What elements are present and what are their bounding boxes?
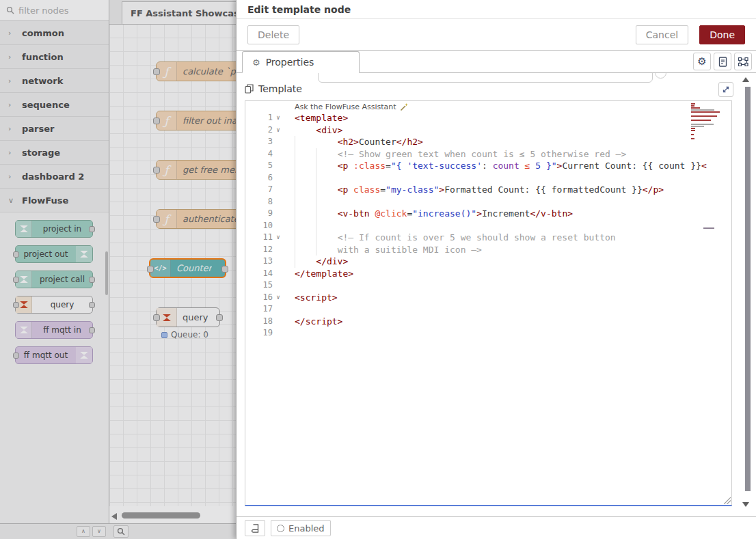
done-button[interactable]: Done: [699, 25, 745, 44]
code-line[interactable]: 19: [245, 327, 731, 340]
scroll-down-icon[interactable]: [742, 502, 749, 507]
scrollbar-thumb[interactable]: [122, 512, 200, 519]
gutter-space: [273, 220, 284, 232]
code-line[interactable]: 3 <h2>Counter</h2>: [245, 136, 731, 148]
indent-guide: [295, 160, 295, 172]
resize-handle-icon[interactable]: [724, 497, 731, 504]
node-label: authenticateU: [177, 214, 236, 224]
scrolled-icon-button[interactable]: [655, 73, 666, 79]
fold-icon[interactable]: ∨: [273, 292, 284, 304]
code-line[interactable]: 8: [245, 196, 731, 208]
code-text: </script>: [295, 316, 731, 328]
code-line[interactable]: 17: [245, 303, 731, 316]
code-line[interactable]: 14</template>: [245, 268, 731, 280]
line-number: 16: [245, 292, 273, 304]
flow-node-calculate-pay[interactable]: ƒcalculate `pay: [156, 61, 236, 81]
code-text: <p class="my-class">Formatted Count: {{ …: [295, 184, 731, 196]
indent-guide: [295, 244, 295, 256]
edit-template-node-dialog: Edit template node Delete Cancel Done ⚙ …: [236, 0, 756, 539]
code-text: <template>: [295, 112, 731, 124]
flow-node-counter[interactable]: </>Counter: [149, 258, 226, 278]
delete-button[interactable]: Delete: [247, 25, 299, 44]
code-editor[interactable]: Ask the FlowFuse Assistant 1∨<template>2…: [245, 100, 732, 506]
tab-properties-label: Properties: [266, 57, 314, 68]
line-number: 13: [245, 255, 273, 268]
node-port-output[interactable]: [221, 266, 228, 273]
indent-guide: [316, 244, 316, 256]
code-text: <p :class="{ 'text-success': count ≤ 5 }…: [295, 160, 731, 172]
code-line[interactable]: 13 </div>: [245, 255, 731, 268]
gutter-space: [273, 244, 284, 256]
description-button[interactable]: [714, 53, 731, 70]
flow-node-authenticateu[interactable]: ƒauthenticateU: [156, 209, 236, 229]
dialog-scrollbar-thumb[interactable]: [745, 87, 751, 491]
dialog-title: Edit template node: [237, 0, 756, 19]
expand-editor-button[interactable]: [718, 82, 733, 97]
code-line[interactable]: 11∨ <!— If count is over 5 we should sho…: [245, 232, 731, 244]
fold-icon[interactable]: ∨: [273, 232, 284, 244]
code-line[interactable]: 12 with a suitible MDI icon —>: [245, 244, 731, 256]
node-label: get free memo: [177, 165, 236, 175]
template-label: Template: [258, 83, 302, 94]
node-port-output[interactable]: [216, 314, 223, 321]
editor-lines: 1∨<template>2∨ <div>3 <h2>Counter</h2>4 …: [245, 112, 731, 340]
gear-icon: ⚙: [697, 55, 706, 68]
code-line[interactable]: 4 <!— Show green text when count is ≤ 5 …: [245, 148, 731, 161]
code-text: with a suitible MDI icon —>: [295, 244, 731, 256]
zoom-search-button[interactable]: [113, 525, 129, 538]
flow-node-get-free-memo[interactable]: ƒget free memo: [156, 160, 236, 180]
node-port-input[interactable]: [153, 216, 160, 223]
assistant-prompt-button[interactable]: Ask the FlowFuse Assistant: [295, 102, 409, 111]
canvas-horizontal-scrollbar[interactable]: [109, 511, 236, 521]
code-line[interactable]: 7 <p class="my-class">Formatted Count: {…: [245, 184, 731, 196]
code-line[interactable]: 1∨<template>: [245, 112, 731, 124]
indent-guide: [295, 184, 295, 196]
code-text: [295, 279, 731, 292]
scrolled-name-input[interactable]: [318, 73, 653, 83]
scroll-up-icon[interactable]: [742, 77, 749, 82]
line-number: 17: [245, 303, 273, 316]
code-text: [295, 303, 731, 316]
code-line[interactable]: 2∨ <div>: [245, 124, 731, 137]
gutter-space: [273, 303, 284, 316]
appearance-button[interactable]: [734, 53, 752, 70]
node-port-input[interactable]: [153, 167, 160, 174]
code-line[interactable]: 9 <v-btn @click="increase()">Increment</…: [245, 208, 731, 220]
gutter-space: [273, 136, 284, 148]
book-icon: [251, 524, 259, 533]
code-text: [295, 327, 731, 340]
node-port-input[interactable]: [153, 118, 160, 124]
node-port-input[interactable]: [153, 68, 160, 75]
flow-node-query[interactable]: query: [156, 307, 220, 327]
enabled-label: Enabled: [288, 523, 325, 534]
scroll-left-icon[interactable]: [111, 513, 117, 520]
dialog-form: Template Ask the FlowFuse Assistant 1∨<t…: [237, 73, 756, 516]
node-port-input[interactable]: [147, 266, 154, 273]
fold-icon[interactable]: ∨: [273, 112, 284, 124]
dialog-footer: Enabled: [237, 516, 756, 539]
node-port-input[interactable]: [153, 314, 160, 321]
code-line[interactable]: 10: [245, 220, 731, 232]
code-line[interactable]: 5 <p :class="{ 'text-success': count ≤ 5…: [245, 160, 731, 172]
enabled-toggle-button[interactable]: Enabled: [271, 520, 331, 536]
gutter-space: [273, 316, 284, 328]
indent-guide: [295, 136, 295, 148]
indent-guide: [295, 255, 295, 268]
tab-properties[interactable]: ⚙ Properties: [242, 51, 360, 73]
node-settings-button[interactable]: ⚙: [693, 53, 711, 70]
docs-button[interactable]: [245, 520, 265, 536]
gutter-space: [273, 327, 284, 340]
code-line[interactable]: 16∨<script>: [245, 292, 731, 304]
dialog-tabbar: ⚙ Properties ⚙: [237, 51, 756, 73]
line-number: 9: [245, 208, 273, 220]
status-dot-icon: [161, 332, 167, 338]
fold-icon[interactable]: ∨: [273, 124, 284, 137]
flow-node-filter-out-inacti[interactable]: ƒfilter out inacti: [156, 111, 236, 130]
minimap[interactable]: [691, 103, 728, 141]
indent-guide: [316, 208, 316, 220]
code-line[interactable]: 18</script>: [245, 316, 731, 328]
cancel-button[interactable]: Cancel: [636, 25, 688, 44]
code-line[interactable]: 15: [245, 279, 731, 292]
code-line[interactable]: 6: [245, 172, 731, 184]
workspace-footer: [109, 523, 236, 539]
